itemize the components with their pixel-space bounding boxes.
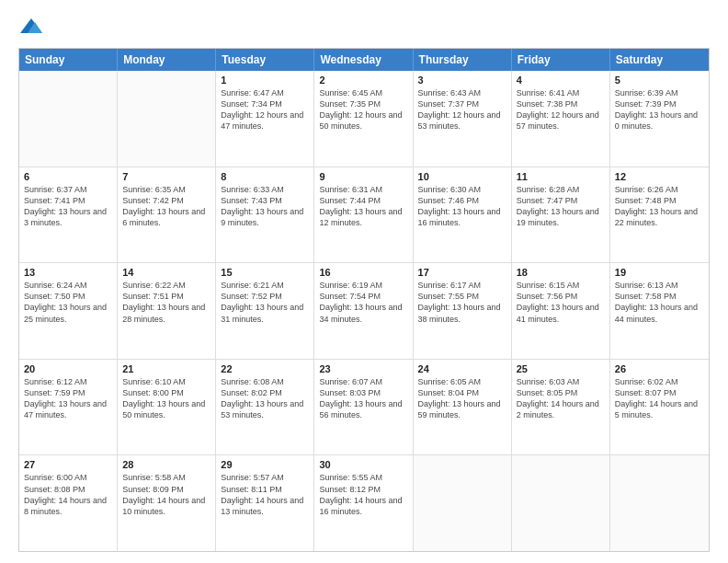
day-header-tuesday: Tuesday (216, 49, 314, 71)
cell-detail: Sunrise: 6:15 AMSunset: 7:56 PMDaylight:… (517, 280, 605, 325)
cell-detail: Sunrise: 6:41 AMSunset: 7:38 PMDaylight:… (517, 87, 605, 132)
day-number: 9 (319, 171, 407, 182)
calendar-cell: 2Sunrise: 6:45 AMSunset: 7:35 PMDaylight… (314, 71, 413, 167)
calendar-cell: 29Sunrise: 5:57 AMSunset: 8:11 PMDayligh… (216, 455, 314, 551)
calendar-cell: 16Sunrise: 6:19 AMSunset: 7:54 PMDayligh… (314, 263, 413, 359)
calendar-cell: 21Sunrise: 6:10 AMSunset: 8:00 PMDayligh… (118, 360, 216, 455)
calendar-cell: 15Sunrise: 6:21 AMSunset: 7:52 PMDayligh… (216, 263, 314, 359)
day-number: 21 (122, 363, 210, 374)
calendar-cell: 4Sunrise: 6:41 AMSunset: 7:38 PMDaylight… (512, 71, 610, 167)
calendar-header: SundayMondayTuesdayWednesdayThursdayFrid… (19, 49, 709, 71)
cell-detail: Sunrise: 6:47 AMSunset: 7:34 PMDaylight:… (221, 87, 309, 132)
day-number: 1 (221, 75, 309, 86)
day-header-thursday: Thursday (414, 49, 512, 71)
day-number: 20 (24, 363, 112, 374)
calendar-cell: 24Sunrise: 6:05 AMSunset: 8:04 PMDayligh… (414, 360, 512, 455)
calendar-cell: 8Sunrise: 6:33 AMSunset: 7:43 PMDaylight… (216, 167, 314, 263)
calendar-body: 1Sunrise: 6:47 AMSunset: 7:34 PMDaylight… (19, 71, 709, 551)
cell-detail: Sunrise: 6:24 AMSunset: 7:50 PMDaylight:… (24, 280, 112, 325)
calendar-row-5: 27Sunrise: 6:00 AMSunset: 8:08 PMDayligh… (19, 455, 709, 551)
cell-detail: Sunrise: 6:35 AMSunset: 7:42 PMDaylight:… (122, 184, 210, 229)
day-number: 16 (319, 267, 407, 278)
calendar-cell: 20Sunrise: 6:12 AMSunset: 7:59 PMDayligh… (19, 360, 118, 455)
calendar-cell: 27Sunrise: 6:00 AMSunset: 8:08 PMDayligh… (19, 455, 118, 551)
cell-detail: Sunrise: 6:10 AMSunset: 8:00 PMDaylight:… (122, 376, 210, 421)
day-number: 26 (615, 363, 704, 374)
day-number: 11 (517, 171, 605, 182)
cell-detail: Sunrise: 6:08 AMSunset: 8:02 PMDaylight:… (221, 376, 309, 421)
cell-detail: Sunrise: 6:26 AMSunset: 7:48 PMDaylight:… (615, 184, 704, 229)
day-number: 25 (517, 363, 605, 374)
calendar-cell: 23Sunrise: 6:07 AMSunset: 8:03 PMDayligh… (314, 360, 413, 455)
day-number: 17 (418, 267, 506, 278)
calendar-row-4: 20Sunrise: 6:12 AMSunset: 7:59 PMDayligh… (19, 360, 709, 456)
cell-detail: Sunrise: 6:33 AMSunset: 7:43 PMDaylight:… (221, 184, 309, 229)
cell-detail: Sunrise: 6:12 AMSunset: 7:59 PMDaylight:… (24, 376, 112, 421)
cell-detail: Sunrise: 6:43 AMSunset: 7:37 PMDaylight:… (418, 87, 506, 132)
calendar: SundayMondayTuesdayWednesdayThursdayFrid… (18, 48, 710, 552)
calendar-cell: 7Sunrise: 6:35 AMSunset: 7:42 PMDaylight… (118, 167, 216, 263)
day-header-saturday: Saturday (610, 49, 709, 71)
calendar-cell: 30Sunrise: 5:55 AMSunset: 8:12 PMDayligh… (314, 455, 413, 551)
day-number: 28 (122, 459, 210, 470)
calendar-cell (512, 455, 610, 551)
calendar-cell: 25Sunrise: 6:03 AMSunset: 8:05 PMDayligh… (512, 360, 610, 455)
cell-detail: Sunrise: 6:45 AMSunset: 7:35 PMDaylight:… (319, 87, 407, 132)
day-number: 2 (319, 75, 407, 86)
cell-detail: Sunrise: 6:30 AMSunset: 7:46 PMDaylight:… (418, 184, 506, 229)
day-number: 12 (615, 171, 704, 182)
logo (18, 15, 48, 40)
calendar-cell: 26Sunrise: 6:02 AMSunset: 8:07 PMDayligh… (610, 360, 709, 455)
cell-detail: Sunrise: 6:37 AMSunset: 7:41 PMDaylight:… (24, 184, 112, 229)
calendar-cell (118, 71, 216, 167)
calendar-cell: 28Sunrise: 5:58 AMSunset: 8:09 PMDayligh… (118, 455, 216, 551)
cell-detail: Sunrise: 6:22 AMSunset: 7:51 PMDaylight:… (122, 280, 210, 325)
calendar-cell: 5Sunrise: 6:39 AMSunset: 7:39 PMDaylight… (610, 71, 709, 167)
day-number: 24 (418, 363, 506, 374)
calendar-cell (19, 71, 118, 167)
day-number: 8 (221, 171, 309, 182)
cell-detail: Sunrise: 5:55 AMSunset: 8:12 PMDaylight:… (319, 472, 407, 517)
day-number: 29 (221, 459, 309, 470)
day-number: 18 (517, 267, 605, 278)
cell-detail: Sunrise: 6:28 AMSunset: 7:47 PMDaylight:… (517, 184, 605, 229)
cell-detail: Sunrise: 5:57 AMSunset: 8:11 PMDaylight:… (221, 472, 309, 517)
day-number: 6 (24, 171, 112, 182)
cell-detail: Sunrise: 6:00 AMSunset: 8:08 PMDaylight:… (24, 472, 112, 517)
day-number: 14 (122, 267, 210, 278)
cell-detail: Sunrise: 6:07 AMSunset: 8:03 PMDaylight:… (319, 376, 407, 421)
day-number: 22 (221, 363, 309, 374)
cell-detail: Sunrise: 5:58 AMSunset: 8:09 PMDaylight:… (122, 472, 210, 517)
day-number: 15 (221, 267, 309, 278)
day-header-wednesday: Wednesday (314, 49, 413, 71)
calendar-cell: 13Sunrise: 6:24 AMSunset: 7:50 PMDayligh… (19, 263, 118, 359)
page: SundayMondayTuesdayWednesdayThursdayFrid… (0, 0, 728, 563)
header (18, 15, 710, 40)
calendar-cell: 9Sunrise: 6:31 AMSunset: 7:44 PMDaylight… (314, 167, 413, 263)
calendar-cell (414, 455, 512, 551)
day-number: 27 (24, 459, 112, 470)
day-number: 10 (418, 171, 506, 182)
day-number: 13 (24, 267, 112, 278)
day-header-friday: Friday (512, 49, 610, 71)
calendar-cell: 6Sunrise: 6:37 AMSunset: 7:41 PMDaylight… (19, 167, 118, 263)
day-number: 7 (122, 171, 210, 182)
calendar-cell: 14Sunrise: 6:22 AMSunset: 7:51 PMDayligh… (118, 263, 216, 359)
calendar-cell: 18Sunrise: 6:15 AMSunset: 7:56 PMDayligh… (512, 263, 610, 359)
calendar-cell (610, 455, 709, 551)
calendar-cell: 12Sunrise: 6:26 AMSunset: 7:48 PMDayligh… (610, 167, 709, 263)
calendar-cell: 11Sunrise: 6:28 AMSunset: 7:47 PMDayligh… (512, 167, 610, 263)
calendar-row-2: 6Sunrise: 6:37 AMSunset: 7:41 PMDaylight… (19, 167, 709, 264)
cell-detail: Sunrise: 6:39 AMSunset: 7:39 PMDaylight:… (615, 87, 704, 132)
day-number: 3 (418, 75, 506, 86)
day-number: 5 (615, 75, 704, 86)
calendar-row-1: 1Sunrise: 6:47 AMSunset: 7:34 PMDaylight… (19, 71, 709, 167)
calendar-cell: 1Sunrise: 6:47 AMSunset: 7:34 PMDaylight… (216, 71, 314, 167)
calendar-cell: 17Sunrise: 6:17 AMSunset: 7:55 PMDayligh… (414, 263, 512, 359)
cell-detail: Sunrise: 6:17 AMSunset: 7:55 PMDaylight:… (418, 280, 506, 325)
cell-detail: Sunrise: 6:31 AMSunset: 7:44 PMDaylight:… (319, 184, 407, 229)
logo-icon (18, 15, 44, 40)
day-number: 23 (319, 363, 407, 374)
cell-detail: Sunrise: 6:19 AMSunset: 7:54 PMDaylight:… (319, 280, 407, 325)
calendar-cell: 22Sunrise: 6:08 AMSunset: 8:02 PMDayligh… (216, 360, 314, 455)
